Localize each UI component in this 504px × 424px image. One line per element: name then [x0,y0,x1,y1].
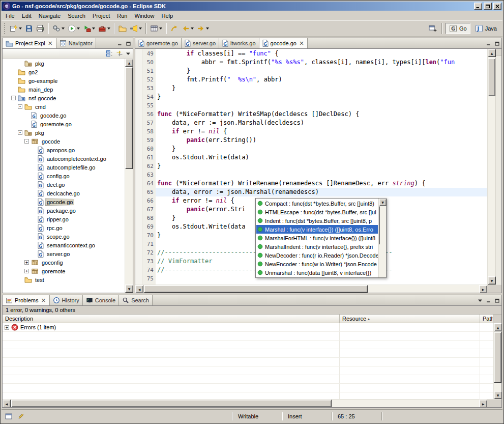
overview-ruler-header[interactable] [496,49,501,56]
autocomplete-item[interactable]: NewEncoder : func(w io.Writer) *json.Enc… [256,260,378,268]
grid-button[interactable] [149,22,164,35]
dropdown-arrow-icon[interactable] [92,27,95,30]
tree-item[interactable]: Gripper.go [3,215,125,223]
scroll-down-icon[interactable]: ▼ [494,391,501,399]
back-button[interactable] [180,22,195,35]
column-header-description[interactable]: Description [3,315,340,323]
scrollbar-thumb[interactable] [494,332,501,383]
expand-handle[interactable]: - [11,96,16,100]
dropdown-arrow-icon[interactable] [206,27,209,30]
maximize-view-button[interactable] [493,295,501,305]
expand-handle[interactable]: - [18,104,22,109]
expand-handle[interactable]: - [24,139,29,144]
scroll-down-icon[interactable]: ▼ [488,276,496,285]
scrollbar-thumb[interactable] [379,206,380,244]
tree-item[interactable]: Ggocode.go [3,111,125,120]
view-tab-navigator[interactable]: Navigator [56,38,96,48]
tree-item[interactable]: Gdecl.go [3,180,125,189]
menu-run[interactable]: Run [113,12,131,20]
menu-file[interactable]: File [2,12,18,20]
expand-handle[interactable]: + [24,269,29,273]
autocomplete-item[interactable]: Indent : func(dst *bytes.Buffer, src []u… [256,216,378,225]
tree-item[interactable]: pkg [3,59,125,68]
tree-item[interactable]: Ggocode.go [3,197,125,206]
open-folder-button[interactable] [117,22,128,35]
maximize-editor-button[interactable] [493,38,501,48]
scroll-left-icon[interactable]: ◀ [3,400,11,408]
autocomplete-item[interactable]: NewDecoder : func(r io.Reader) *json.Dec… [256,251,378,260]
editor-tab-goremote-go[interactable]: Ggoremote.go [135,38,182,48]
menu-search[interactable]: Search [64,12,89,20]
scroll-down-icon[interactable]: ▼ [379,199,387,206]
scroll-up-icon[interactable]: ▲ [488,49,496,57]
scrollbar-thumb[interactable] [11,400,332,407]
editor-tab-gocode-go[interactable]: Ggocode.go× [259,38,308,48]
autocomplete-scrollbar[interactable]: ▲ ▼ [378,199,386,277]
problems-vertical-scrollbar[interactable]: ▲ ▼ [493,323,501,399]
tree-item[interactable]: Gconfig.go [3,172,125,180]
problems-row[interactable]: +Errors (1 item) [3,323,493,332]
tree-item[interactable]: Ggoremote.go [3,120,125,128]
print-button[interactable] [35,22,46,35]
tree-item[interactable]: test [3,275,125,284]
tree-item[interactable]: -gocode [3,137,125,146]
trim-edit-icon[interactable] [16,412,26,421]
scroll-right-icon[interactable]: ▶ [479,400,487,408]
trim-window-icon[interactable] [4,412,14,421]
scroll-left-icon[interactable]: ◀ [135,285,143,293]
menu-navigate[interactable]: Navigate [35,12,64,20]
dropdown-arrow-icon[interactable] [159,27,162,30]
column-header-resource[interactable]: Resource▴ [340,315,480,323]
minimize-view-button[interactable] [484,295,493,305]
scroll-up-icon[interactable]: ▲ [494,323,501,331]
editor-horizontal-scrollbar[interactable]: ◀ ▶ [135,285,487,293]
tree-item[interactable]: -pkg [3,128,125,137]
close-icon[interactable]: × [41,298,46,303]
tree-item[interactable]: Grpc.go [3,223,125,232]
dropdown-arrow-icon[interactable] [107,27,110,30]
scrollbar-thumb[interactable] [488,58,495,96]
autocomplete-item[interactable]: Compact : func(dst *bytes.Buffer, src []… [256,199,378,208]
titlebar[interactable]: Go - nsf-gocode/src/pkg/gocode/gocode.go… [2,2,502,11]
menu-edit[interactable]: Edit [18,12,35,20]
tree-item[interactable]: Gautocompletecontext.go [3,154,125,163]
menu-help[interactable]: Help [158,12,177,20]
toolbox-button[interactable] [97,22,112,35]
autocomplete-item[interactable]: Unmarshal : func(data []uint8, v interfa… [256,268,378,277]
dropdown-arrow-icon[interactable] [77,27,80,30]
autocomplete-item[interactable]: MarshalForHTML : func(v interface{}) ([]… [256,234,378,242]
tree-item[interactable]: main_dep [3,85,125,94]
dropdown-arrow-icon[interactable] [62,27,65,30]
expand-handle[interactable]: + [5,325,9,330]
tree-item[interactable]: +goremote [3,267,125,275]
run-toolbox-button[interactable] [81,22,97,35]
flashlight-button[interactable] [128,22,143,35]
scrollbar-thumb[interactable] [144,285,368,293]
dropdown-arrow-icon[interactable] [139,27,142,30]
close-icon[interactable]: × [48,41,53,46]
save-button[interactable] [23,22,35,35]
minimize-view-button[interactable] [115,38,124,48]
tree-item[interactable]: Gautocompletefile.go [3,163,125,172]
close-button[interactable] [493,3,501,10]
close-icon[interactable]: × [299,41,304,46]
view-tab-project-expl[interactable]: Project Expl× [3,38,56,48]
column-header-path[interactable]: Path [480,315,493,323]
editor-tab-itworks-go[interactable]: Gitworks.go [219,38,259,48]
tree-item[interactable]: go2 [3,68,125,76]
collapse-all-icon[interactable] [106,50,113,57]
perspective-java-button[interactable]: JJava [471,23,500,34]
autocomplete-item[interactable]: HTMLEscape : func(dst *bytes.Buffer, src… [256,208,378,216]
dropdown-arrow-icon[interactable] [191,27,194,30]
editor-vertical-scrollbar[interactable]: ▲ ▼ [487,49,495,285]
tree-item[interactable]: go-example [3,76,125,85]
view-menu-icon[interactable] [476,295,484,305]
tree-item[interactable]: Gscope.go [3,232,125,241]
menu-project[interactable]: Project [89,12,113,20]
view-tab-search[interactable]: Search [119,295,153,305]
view-menu-icon[interactable] [126,51,130,55]
minimize-editor-button[interactable] [484,38,493,48]
editor-tab-server-go[interactable]: Gserver.go [182,38,219,48]
scrollbar-thumb[interactable] [125,67,133,169]
last-edit-button[interactable] [169,22,180,35]
